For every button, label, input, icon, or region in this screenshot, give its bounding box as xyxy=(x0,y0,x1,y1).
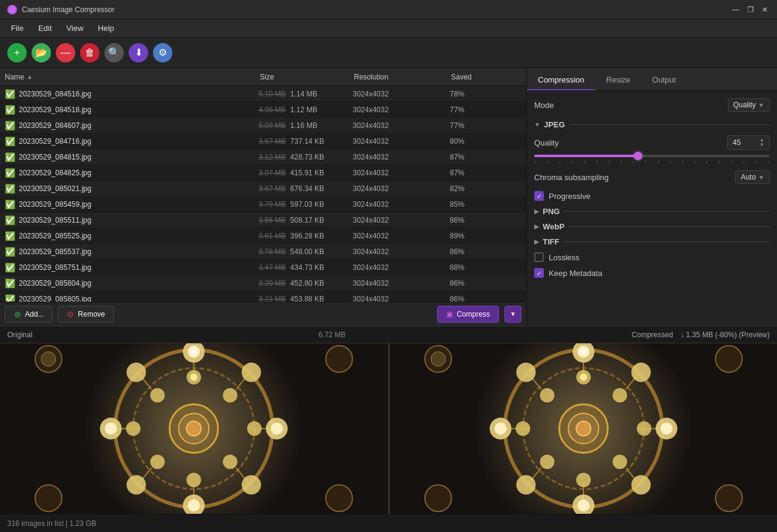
trash-icon: 🗑 xyxy=(85,47,95,58)
header-saved[interactable]: Saved xyxy=(451,73,512,81)
export-button[interactable]: ⬇ xyxy=(129,43,148,62)
table-row[interactable]: ✅ 20230529_084607.jpg 5.09 MB 1.16 MB 30… xyxy=(0,118,526,133)
close-button[interactable]: ✕ xyxy=(760,5,770,15)
add-files-button[interactable]: + xyxy=(7,43,27,62)
file-saved: 89% xyxy=(450,232,511,240)
collapse-right-icon: ▶ xyxy=(534,223,539,230)
menu-file[interactable]: File xyxy=(5,21,30,35)
file-name: 20230529_084518.jpg xyxy=(19,106,259,114)
svg-point-35 xyxy=(247,422,262,436)
file-saved: 87% xyxy=(450,169,511,177)
add-button[interactable]: ⊕ Add... xyxy=(5,306,53,323)
mode-label: Mode xyxy=(534,101,554,110)
tab-compression[interactable]: Compression xyxy=(527,70,595,90)
menu-edit[interactable]: Edit xyxy=(32,21,58,35)
table-row[interactable]: ✅ 20230529_084825.jpg 3.07 MB 415.91 KB … xyxy=(0,165,526,181)
file-size: 3.67 MB 676.34 KB xyxy=(259,184,353,193)
webp-section-header[interactable]: ▶ WebP xyxy=(534,222,770,231)
svg-point-49 xyxy=(576,422,591,436)
table-row[interactable]: ✅ 20230529_085804.jpg 3.20 MB 452.80 KB … xyxy=(0,275,526,291)
file-size: 3.61 MB 396.28 KB xyxy=(259,232,353,240)
table-row[interactable]: ✅ 20230529_084516.jpg 5.10 MB 1.14 MB 30… xyxy=(0,86,526,102)
file-size: 4.95 MB 1.12 MB xyxy=(259,106,353,114)
settings-button[interactable]: ⚙ xyxy=(153,43,172,62)
file-list[interactable]: ✅ 20230529_084516.jpg 5.10 MB 1.14 MB 30… xyxy=(0,86,526,301)
table-row[interactable]: ✅ 20230529_085537.jpg 3.78 MB 548.00 KB … xyxy=(0,244,526,260)
compress-dropdown-button[interactable]: ▼ xyxy=(504,306,521,323)
chroma-row: Chroma subsampling Auto ▼ xyxy=(534,170,770,184)
header-name[interactable]: Name ▲ xyxy=(5,73,260,81)
table-row[interactable]: ✅ 20230529_085805.jpg 3.21 MB 453.88 KB … xyxy=(0,291,526,301)
original-size: 3.07 MB xyxy=(259,169,286,177)
table-row[interactable]: ✅ 20230529_085525.jpg 3.61 MB 396.28 KB … xyxy=(0,228,526,244)
table-row[interactable]: ✅ 20230529_085511.jpg 3.56 MB 508.17 KB … xyxy=(0,212,526,228)
header-size[interactable]: Size xyxy=(260,73,354,81)
tab-output[interactable]: Output xyxy=(641,70,687,90)
section-divider xyxy=(569,124,770,125)
svg-point-83 xyxy=(715,346,742,372)
original-size: 4.95 MB xyxy=(259,106,286,114)
svg-point-37 xyxy=(85,343,303,514)
maximize-button[interactable]: ❐ xyxy=(745,5,755,15)
table-row[interactable]: ✅ 20230529_085459.jpg 3.79 MB 597.03 KB … xyxy=(0,197,526,212)
file-size: 3.56 MB 508.17 KB xyxy=(259,216,353,224)
file-name: 20230529_085805.jpg xyxy=(19,295,259,302)
search-button[interactable]: 🔍 xyxy=(104,43,124,62)
quality-slider[interactable] xyxy=(534,155,770,163)
png-section-header[interactable]: ▶ PNG xyxy=(534,207,770,216)
compress-button[interactable]: ▣ Compress xyxy=(437,306,499,323)
quality-input[interactable]: 45 ▲ ▼ xyxy=(727,135,770,150)
file-saved: 86% xyxy=(450,295,511,302)
remove-files-button[interactable]: ⊖ Remove xyxy=(58,306,114,323)
minus-icon: — xyxy=(61,47,70,58)
svg-point-60 xyxy=(580,349,586,355)
svg-line-54 xyxy=(528,373,541,389)
header-resolution[interactable]: Resolution xyxy=(354,73,451,81)
spinner-down-icon[interactable]: ▼ xyxy=(759,143,764,147)
minimize-button[interactable]: — xyxy=(731,5,741,15)
svg-point-15 xyxy=(183,343,205,363)
slider-track[interactable] xyxy=(534,155,770,157)
file-size: 3.67 MB 737.14 KB xyxy=(259,137,353,146)
add-icon: + xyxy=(14,47,19,58)
svg-point-79 xyxy=(515,422,530,436)
check-icon: ✅ xyxy=(5,168,15,178)
remove-button[interactable]: — xyxy=(56,43,75,62)
file-name: 20230529_085511.jpg xyxy=(19,216,259,224)
file-resolution: 3024x4032 xyxy=(353,137,450,146)
quality-row: Quality 45 ▲ ▼ xyxy=(534,135,770,150)
file-size: 3.20 MB 452.80 KB xyxy=(259,279,353,288)
tab-resize[interactable]: Resize xyxy=(595,70,642,90)
check-icon: ✅ xyxy=(5,294,15,302)
app-title: Caesium Image Compressor xyxy=(22,5,726,14)
svg-rect-1 xyxy=(0,343,388,514)
table-row[interactable]: ✅ 20230529_084518.jpg 4.95 MB 1.12 MB 30… xyxy=(0,102,526,118)
svg-line-12 xyxy=(236,468,249,484)
preview-header: Original 6.72 MB Compressed ↓ 1.35 MB (-… xyxy=(0,326,777,343)
keep-metadata-checkbox[interactable]: ✓ xyxy=(534,268,544,278)
table-row[interactable]: ✅ 20230529_085021.jpg 3.67 MB 676.34 KB … xyxy=(0,181,526,197)
compressed-preview xyxy=(390,343,778,514)
lossless-checkbox[interactable] xyxy=(534,252,544,262)
table-row[interactable]: ✅ 20230529_084716.jpg 3.67 MB 737.14 KB … xyxy=(0,133,526,149)
chroma-select[interactable]: Auto ▼ xyxy=(735,170,770,184)
remove-circle-icon: ⊖ xyxy=(67,309,74,319)
check-icon: ✅ xyxy=(5,215,15,225)
mode-select[interactable]: Quality ▼ xyxy=(728,98,770,112)
slider-thumb[interactable] xyxy=(634,152,642,160)
check-icon: ✅ xyxy=(5,152,15,162)
menu-help[interactable]: Help xyxy=(92,21,120,35)
file-name: 20230529_085021.jpg xyxy=(19,184,259,193)
clear-button[interactable]: 🗑 xyxy=(80,43,100,62)
folder-icon: 📂 xyxy=(35,47,47,58)
open-folder-button[interactable]: 📂 xyxy=(32,43,51,62)
file-saved: 88% xyxy=(450,263,511,272)
svg-point-27 xyxy=(242,475,261,494)
table-row[interactable]: ✅ 20230529_084815.jpg 3.12 MB 428.73 KB … xyxy=(0,149,526,165)
tiff-section-header[interactable]: ▶ TIFF xyxy=(534,237,770,246)
svg-point-2 xyxy=(115,350,273,507)
table-row[interactable]: ✅ 20230529_085751.jpg 3.47 MB 434.73 KB … xyxy=(0,260,526,275)
menu-view[interactable]: View xyxy=(60,21,89,35)
statusbar: 316 images in list | 1.23 GB xyxy=(0,514,777,532)
progressive-checkbox[interactable]: ✓ xyxy=(534,191,544,201)
